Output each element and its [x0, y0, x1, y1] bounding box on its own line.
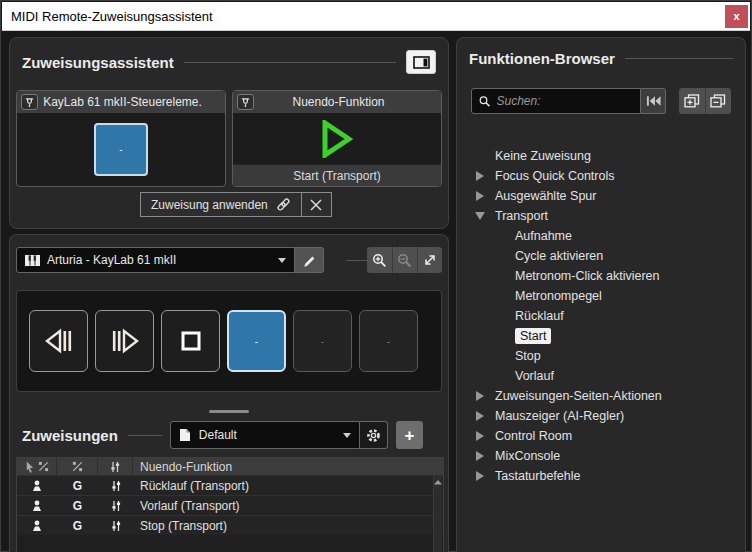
selected-hardware-control[interactable]: - [94, 123, 148, 176]
row-function: Vorlauf (Transport) [133, 499, 443, 513]
tree-item-transport[interactable]: Transport [463, 206, 737, 226]
expand-icon [423, 253, 437, 267]
plus-icon: + [404, 427, 414, 444]
pad-label: - [255, 336, 258, 347]
tree-item-keine-zuweisung[interactable]: Keine Zuweisung [463, 146, 737, 166]
pad-label: - [387, 336, 390, 347]
close-x-icon: x [733, 10, 739, 22]
tree-arrow[interactable] [473, 171, 487, 181]
collapse-all-button[interactable] [705, 88, 732, 114]
tree-arrow[interactable] [473, 191, 487, 201]
title-bar[interactable]: MIDI Remote-Zuweisungsassistent x [2, 2, 750, 31]
tree-item-label: Aufnahme [515, 229, 572, 243]
toggle-right-zone-button[interactable] [406, 50, 436, 74]
tree-item-metronom-click-aktivieren[interactable]: Metronom-Click aktivieren [463, 266, 737, 286]
tree-item-vorlauf[interactable]: Vorlauf [463, 366, 737, 386]
mapping-page-select[interactable]: Default [170, 421, 360, 449]
mappings-table: Nuendo-Funktion GRücklauf (Transport)GVo… [16, 457, 444, 552]
tree-arrow[interactable] [473, 471, 487, 481]
column-scope[interactable] [57, 458, 98, 475]
tree-item-stop[interactable]: Stop [463, 346, 737, 366]
table-row[interactable]: GRücklauf (Transport) [17, 475, 443, 495]
tree-item-start[interactable]: Start [463, 326, 737, 346]
table-row[interactable]: GVorlauf (Transport) [17, 495, 443, 515]
clear-mapping-button[interactable] [301, 193, 331, 216]
zoom-fit-button[interactable] [417, 247, 442, 273]
tree-item-zuweisungen-seiten-aktionen[interactable]: Zuweisungen-Seiten-Aktionen [463, 386, 737, 406]
tree-item-control-room[interactable]: Control Room [463, 426, 737, 446]
percent-icon [72, 461, 83, 472]
tree-item-label: Metronompegel [515, 289, 602, 303]
play-icon [321, 120, 353, 158]
tree-item-label: Focus Quick Controls [495, 169, 614, 183]
tree-arrow[interactable] [473, 212, 487, 220]
pin-icon [240, 97, 251, 108]
zoom-in-button[interactable] [367, 247, 391, 273]
tree-item-metronompegel[interactable]: Metronompegel [463, 286, 737, 306]
tree-arrow[interactable] [473, 431, 487, 441]
tree-item-aufnahme[interactable]: Aufnahme [463, 226, 737, 246]
tree-fold-controls [679, 88, 731, 114]
pad-label: - [321, 336, 324, 347]
search-input[interactable] [497, 94, 633, 108]
tree-item-label: MixConsole [495, 449, 560, 463]
edit-surface-button[interactable] [295, 247, 324, 273]
close-x-icon [310, 199, 322, 211]
device-select-value: Arturia - KayLab 61 mkII [47, 253, 271, 267]
surface-button-pad-3[interactable]: - [359, 310, 418, 372]
expand-all-button[interactable] [679, 88, 705, 114]
surface-button-pad-1[interactable]: - [227, 310, 286, 372]
apply-mapping-button[interactable]: Zuweisung anwenden [141, 193, 301, 216]
splitter-handle[interactable] [209, 410, 249, 413]
tree-item-rücklauf[interactable]: Rücklauf [463, 306, 737, 326]
close-button[interactable]: x [725, 5, 748, 28]
table-row[interactable]: GStop (Transport) [17, 515, 443, 535]
pin-icon [24, 97, 35, 108]
chevron-down-icon [278, 258, 286, 263]
pin-hardware-button[interactable] [21, 94, 38, 110]
device-select[interactable]: Arturia - KayLab 61 mkII [16, 247, 295, 273]
search-field[interactable] [471, 88, 641, 114]
tree-arrow[interactable] [473, 391, 487, 401]
column-select[interactable] [17, 458, 57, 475]
surface-button-rewind[interactable] [29, 310, 88, 372]
tree-item-tastaturbefehle[interactable]: Tastaturbefehle [463, 466, 737, 486]
link-icon [276, 197, 291, 212]
tree-item-label: Tastaturbefehle [495, 469, 580, 483]
surface-button-forward[interactable] [95, 310, 154, 372]
row-scope: G [57, 519, 98, 533]
chevron-right-icon [476, 171, 484, 181]
functions-browser-panel: Funktionen-Browser [456, 37, 746, 552]
fader-icon [110, 461, 120, 473]
tree-item-cycle-aktivieren[interactable]: Cycle aktivieren [463, 246, 737, 266]
fader-slash-icon [38, 461, 49, 472]
divider [625, 58, 733, 59]
tree-arrow[interactable] [473, 451, 487, 461]
mappings-table-header[interactable]: Nuendo-Funktion [17, 458, 443, 475]
column-control-type[interactable] [98, 458, 133, 475]
apply-mapping-group: Zuweisung anwenden [140, 192, 332, 217]
functions-tree: Keine ZuweisungFocus Quick ControlsAusge… [463, 146, 737, 486]
column-function[interactable]: Nuendo-Funktion [133, 458, 443, 475]
rewind-icon [44, 328, 74, 354]
tree-arrow[interactable] [473, 411, 487, 421]
tree-item-focus-quick-controls[interactable]: Focus Quick Controls [463, 166, 737, 186]
add-page-button[interactable]: + [396, 421, 423, 449]
cursor-icon [25, 461, 35, 473]
surface-button-pad-2[interactable]: - [293, 310, 352, 372]
tree-item-mauszeiger-ai-regler-[interactable]: Mauszeiger (AI-Regler) [463, 406, 737, 426]
pin-function-button[interactable] [237, 94, 254, 110]
mapping-assistant-panel: Zuweisungsassistent KayLab 61 mkII [9, 37, 449, 229]
surface-zoom-controls [367, 247, 442, 273]
tree-item-mixconsole[interactable]: MixConsole [463, 446, 737, 466]
surface-button-stop[interactable] [161, 310, 220, 372]
tree-item-label: Transport [495, 209, 548, 223]
table-scrollbar[interactable] [433, 476, 442, 552]
document-icon [179, 428, 191, 442]
page-settings-button[interactable] [360, 421, 388, 449]
tree-item-ausgewählte-spur[interactable]: Ausgewählte Spur [463, 186, 737, 206]
user-icon [32, 500, 42, 512]
selected-function-label: Start (Transport) [233, 164, 441, 186]
zoom-out-button[interactable] [392, 247, 417, 273]
reset-search-button[interactable] [641, 88, 666, 114]
